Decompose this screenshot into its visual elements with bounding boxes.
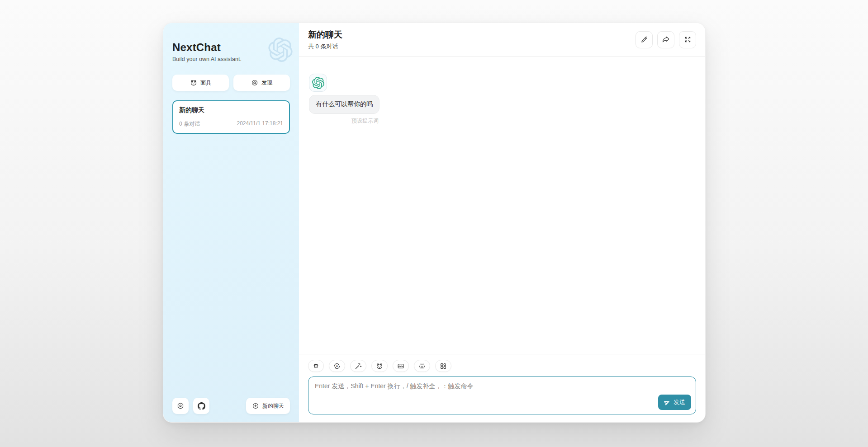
assistant-message: 有什么可以帮你的吗 预设提示词 [309, 74, 694, 125]
chat-list: 新的聊天 0 条对话 2024/11/1 17:18:21 [172, 100, 290, 398]
sidebar-actions: 面具 发现 [172, 75, 290, 91]
maximize-button[interactable] [679, 31, 696, 48]
openai-logo-icon [312, 77, 324, 89]
openai-logo-watermark-icon [268, 38, 293, 62]
github-button[interactable] [193, 398, 209, 414]
chat-list-item-selected[interactable]: 新的聊天 0 条对话 2024/11/1 17:18:21 [172, 100, 290, 134]
mask-icon [190, 79, 197, 86]
discover-button-label: 发现 [261, 79, 272, 87]
chat-input-wrap: 发送 [308, 376, 696, 416]
chat-input-toolbar: A [308, 360, 696, 372]
chat-subtitle: 共 0 条对话 [308, 42, 342, 51]
clear-context-icon [397, 362, 404, 370]
export-chat-button[interactable] [657, 31, 674, 48]
chat-title[interactable]: 新的聊天 [308, 29, 342, 41]
maximize-icon [684, 36, 692, 43]
chat-item-meta: 0 条对话 2024/11/1 17:18:21 [179, 120, 283, 128]
discover-button[interactable]: 发现 [233, 75, 290, 91]
chat-item-count: 0 条对话 [179, 120, 200, 128]
chat-message-list: 有什么可以帮你的吗 预设提示词 [299, 56, 705, 354]
preset-prompt-hint: 预设提示词 [309, 117, 379, 125]
settings-button[interactable] [172, 398, 189, 414]
chat-panel: 新的聊天 共 0 条对话 [299, 23, 705, 422]
message-bubble-wrap: 有什么可以帮你的吗 预设提示词 [309, 95, 379, 125]
send-plane-icon [664, 399, 670, 405]
chat-input-panel: A [299, 354, 705, 422]
send-button-label: 发送 [674, 398, 685, 406]
settings-icon [313, 362, 319, 369]
chat-header: 新的聊天 共 0 条对话 [299, 23, 705, 56]
chat-header-actions [636, 31, 696, 48]
masks-button[interactable]: 面具 [172, 75, 229, 91]
sidebar-footer-buttons [172, 398, 209, 414]
masks-button-label: 面具 [200, 79, 211, 87]
sidebar-footer: 新的聊天 [172, 398, 290, 414]
rename-chat-button[interactable] [636, 31, 653, 48]
clear-context-button[interactable] [393, 360, 409, 372]
plugins-button[interactable] [435, 360, 451, 372]
svg-text:A: A [336, 365, 338, 367]
chat-item-time: 2024/11/1 17:18:21 [237, 120, 283, 128]
model-select-button[interactable] [414, 360, 430, 372]
discover-icon [251, 79, 258, 86]
nextchat-window: NextChat Build your own AI assistant. 面具… [163, 23, 706, 423]
assistant-avatar [309, 74, 327, 92]
theme-auto-icon: A [333, 362, 341, 370]
robot-icon [418, 362, 426, 370]
plugins-grid-icon [440, 362, 447, 370]
github-icon [198, 402, 205, 410]
send-button[interactable]: 发送 [658, 395, 691, 410]
chat-input[interactable] [308, 376, 696, 414]
mask-icon [376, 362, 383, 370]
prompt-shortcuts-button[interactable] [350, 360, 366, 372]
settings-icon [176, 402, 185, 410]
add-circle-icon [252, 402, 259, 409]
chat-settings-button[interactable] [308, 360, 324, 372]
message-bubble: 有什么可以帮你的吗 [309, 95, 379, 114]
theme-toggle-button[interactable]: A [329, 360, 345, 372]
chat-item-title: 新的聊天 [179, 106, 283, 114]
sidebar: NextChat Build your own AI assistant. 面具… [163, 23, 299, 422]
export-icon [662, 36, 670, 44]
rename-icon [640, 36, 648, 43]
new-chat-button[interactable]: 新的聊天 [246, 398, 290, 414]
chat-header-titles: 新的聊天 共 0 条对话 [308, 29, 342, 51]
masks-toolbar-button[interactable] [371, 360, 388, 372]
new-chat-button-label: 新的聊天 [262, 402, 284, 410]
prompt-wand-icon [355, 362, 362, 370]
